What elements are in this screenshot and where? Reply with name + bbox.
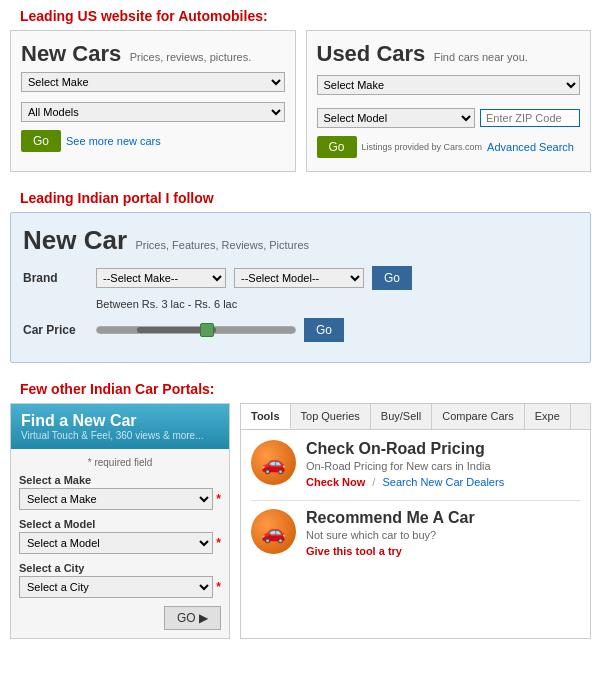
- used-cars-title: Used Cars: [317, 41, 426, 66]
- car-boxes: New Cars Prices, reviews, pictures. Sele…: [10, 30, 591, 172]
- new-cars-box: New Cars Prices, reviews, pictures. Sele…: [10, 30, 296, 172]
- us-section: Leading US website for Automobiles: New …: [0, 0, 601, 182]
- tab-content: 🚗 Check On-Road Pricing On-Road Pricing …: [241, 430, 590, 579]
- used-cars-make-row: Select Make: [317, 70, 581, 100]
- city-field-label: Select a City: [19, 562, 221, 574]
- used-cars-box: Used Cars Find cars near you. Select Mak…: [306, 30, 592, 172]
- india-section-title: Leading Indian portal I follow: [10, 182, 591, 212]
- india-model-select[interactable]: --Select Model--: [234, 268, 364, 288]
- new-cars-subtitle: Prices, reviews, pictures.: [130, 51, 252, 63]
- india-brand-row: Brand --Select Make-- --Select Model-- G…: [23, 266, 578, 290]
- tabs-widget: Tools Top Queries Buy/Sell Compare Cars …: [240, 403, 591, 639]
- india-price-row: Car Price Go: [23, 318, 578, 342]
- model-field-label: Select a Model: [19, 518, 221, 530]
- tab-expe[interactable]: Expe: [525, 404, 571, 429]
- tool-icon-1: 🚗: [251, 440, 296, 485]
- listings-note: Listings provided by Cars.com: [362, 142, 483, 152]
- slider-thumb[interactable]: [200, 323, 214, 337]
- tab-buy-sell[interactable]: Buy/Sell: [371, 404, 432, 429]
- tool-desc-1: On-Road Pricing for New cars in India: [306, 460, 580, 472]
- tab-tools[interactable]: Tools: [241, 404, 291, 429]
- india-car-price-label: Car Price: [23, 323, 88, 337]
- tool-icon-2: 🚗: [251, 509, 296, 554]
- find-car-go-button[interactable]: GO ▶: [164, 606, 221, 630]
- city-required-star: *: [216, 580, 221, 594]
- required-note: * required field: [19, 457, 221, 468]
- india-make-select[interactable]: --Select Make--: [96, 268, 226, 288]
- find-model-select[interactable]: Select a Model: [19, 532, 213, 554]
- used-cars-make-select[interactable]: Select Make: [317, 75, 581, 95]
- new-cars-make-select[interactable]: Select Make: [21, 72, 285, 92]
- see-more-new-cars-link[interactable]: See more new cars: [66, 135, 161, 147]
- make-field-row: Select a Make *: [19, 488, 221, 510]
- find-make-select[interactable]: Select a Make: [19, 488, 213, 510]
- used-cars-header: Used Cars Find cars near you.: [317, 41, 581, 67]
- price-slider-container: [96, 326, 296, 334]
- find-car-header-sub: Virtual Touch & Feel, 360 views & more..…: [21, 430, 219, 441]
- new-cars-go-button[interactable]: Go: [21, 130, 61, 152]
- car-icon-1: 🚗: [261, 451, 286, 475]
- india-section: Leading Indian portal I follow New Car P…: [0, 182, 601, 373]
- tabs-bar: Tools Top Queries Buy/Sell Compare Cars …: [241, 404, 590, 430]
- india-widget: New Car Prices, Features, Reviews, Pictu…: [10, 212, 591, 363]
- tool-links-2: Give this tool a try: [306, 545, 580, 557]
- portals-section: Few other Indian Car Portals: Find a New…: [0, 373, 601, 649]
- tool-title-1: Check On-Road Pricing: [306, 440, 580, 458]
- tab-compare-cars[interactable]: Compare Cars: [432, 404, 525, 429]
- portals-content: Find a New Car Virtual Touch & Feel, 360…: [10, 403, 591, 639]
- used-cars-subtitle: Find cars near you.: [434, 51, 528, 63]
- india-widget-subtitle: Prices, Features, Reviews, Pictures: [135, 239, 309, 251]
- new-cars-header: New Cars Prices, reviews, pictures.: [21, 41, 285, 67]
- find-city-select[interactable]: Select a City: [19, 576, 213, 598]
- tool-item-1: 🚗 Check On-Road Pricing On-Road Pricing …: [251, 440, 580, 488]
- new-cars-model-select[interactable]: All Models: [21, 102, 285, 122]
- go-btn-row: GO ▶: [19, 606, 221, 630]
- tool-info-1: Check On-Road Pricing On-Road Pricing fo…: [306, 440, 580, 488]
- find-car-body: * required field Select a Make Select a …: [11, 449, 229, 638]
- used-cars-go-button[interactable]: Go: [317, 136, 357, 158]
- tool-links-1: Check Now / Search New Car Dealers: [306, 476, 580, 488]
- find-car-widget: Find a New Car Virtual Touch & Feel, 360…: [10, 403, 230, 639]
- make-required-star: *: [216, 492, 221, 506]
- tool-title-2: Recommend Me A Car: [306, 509, 580, 527]
- us-section-title: Leading US website for Automobiles:: [10, 0, 591, 30]
- find-car-header: Find a New Car Virtual Touch & Feel, 360…: [11, 404, 229, 449]
- tool-link-sep-1: /: [372, 476, 375, 488]
- india-price-go-button[interactable]: Go: [304, 318, 344, 342]
- tool-divider: [251, 500, 580, 501]
- tab-top-queries[interactable]: Top Queries: [291, 404, 371, 429]
- find-car-header-title: Find a New Car: [21, 412, 219, 430]
- car-icon-2: 🚗: [261, 520, 286, 544]
- india-widget-header: New Car Prices, Features, Reviews, Pictu…: [23, 225, 578, 256]
- model-field-row: Select a Model *: [19, 532, 221, 554]
- india-go-button[interactable]: Go: [372, 266, 412, 290]
- give-tool-try-link[interactable]: Give this tool a try: [306, 545, 402, 557]
- used-cars-model-select[interactable]: Select Model: [317, 108, 476, 128]
- zip-code-input[interactable]: [480, 109, 580, 127]
- india-brand-label: Brand: [23, 271, 88, 285]
- make-field-label: Select a Make: [19, 474, 221, 486]
- used-cars-actions: Go Listings provided by Cars.com Advance…: [317, 136, 581, 158]
- search-dealers-link[interactable]: Search New Car Dealers: [382, 476, 504, 488]
- new-cars-title: New Cars: [21, 41, 121, 66]
- check-now-link[interactable]: Check Now: [306, 476, 365, 488]
- new-cars-actions: Go See more new cars: [21, 130, 285, 152]
- price-range-text: Between Rs. 3 lac - Rs. 6 lac: [96, 298, 578, 310]
- tool-desc-2: Not sure which car to buy?: [306, 529, 580, 541]
- tool-info-2: Recommend Me A Car Not sure which car to…: [306, 509, 580, 557]
- city-field-row: Select a City *: [19, 576, 221, 598]
- model-required-star: *: [216, 536, 221, 550]
- price-slider-track[interactable]: [96, 326, 296, 334]
- tool-item-2: 🚗 Recommend Me A Car Not sure which car …: [251, 509, 580, 557]
- india-widget-title: New Car: [23, 225, 127, 255]
- advanced-search-link[interactable]: Advanced Search: [487, 141, 574, 153]
- portals-section-title: Few other Indian Car Portals:: [10, 373, 591, 403]
- used-cars-model-row: Select Model: [317, 103, 581, 133]
